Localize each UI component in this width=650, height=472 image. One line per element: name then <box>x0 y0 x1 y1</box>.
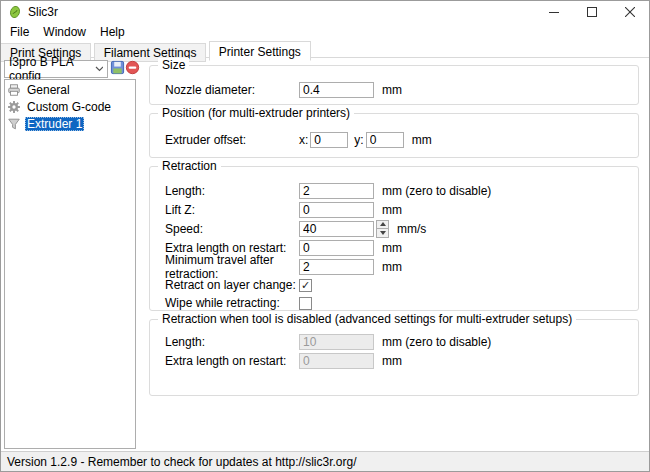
lift-z-label: Lift Z: <box>165 203 299 217</box>
min-travel-unit: mm <box>382 260 402 274</box>
printer-icon <box>7 83 21 97</box>
tree-item-custom-gcode[interactable]: Custom G-code <box>5 98 135 115</box>
maximize-button[interactable] <box>573 1 611 23</box>
nozzle-diameter-input[interactable] <box>299 82 374 98</box>
setting-row-retract-length: Length: mm (zero to disable) <box>159 181 629 200</box>
retract-length-unit: mm (zero to disable) <box>382 184 491 198</box>
retract-layer-change-checkbox[interactable]: ✓ <box>299 279 312 292</box>
disabled-length-input <box>299 334 374 350</box>
group-retraction-tool-disabled: Retraction when tool is disabled (advanc… <box>149 319 639 396</box>
offset-x-input[interactable] <box>310 132 348 148</box>
setting-row-lift-z: Lift Z: mm <box>159 200 629 219</box>
group-size-title: Size <box>158 58 189 72</box>
offset-y-input[interactable] <box>366 132 404 148</box>
lift-z-input[interactable] <box>299 202 374 218</box>
setting-row-min-travel: Minimum travel after retraction: mm <box>159 257 629 276</box>
tree-item-label: Custom G-code <box>25 100 113 114</box>
tree-item-label: General <box>25 83 72 97</box>
preset-dropdown[interactable]: I3pro B PLA config <box>4 60 108 78</box>
settings-tree: General Custom G-code Extruder 1 <box>4 79 136 449</box>
delete-preset-button[interactable] <box>125 60 140 75</box>
arrow-down-icon <box>380 231 386 235</box>
wipe-while-retracting-label: Wipe while retracting: <box>165 296 299 310</box>
close-icon <box>625 7 635 17</box>
window-title: Slic3r <box>28 5 58 19</box>
status-text: Version 1.2.9 - Remember to check for up… <box>7 455 357 469</box>
tab-printer-settings[interactable]: Printer Settings <box>209 41 311 61</box>
nozzle-diameter-unit: mm <box>382 83 402 97</box>
funnel-icon <box>7 117 21 131</box>
offset-x-label: x: <box>299 133 308 147</box>
settings-tabs: Print Settings Filament Settings Printer… <box>1 41 649 58</box>
setting-row-retract-layer-change: Retract on layer change: ✓ <box>159 276 629 294</box>
extra-length-unit: mm <box>382 241 402 255</box>
status-bar: Version 1.2.9 - Remember to check for up… <box>1 451 649 471</box>
menu-help[interactable]: Help <box>93 24 132 40</box>
tree-item-label: Extruder 1 <box>25 117 84 131</box>
group-retraction-title: Retraction <box>158 159 221 173</box>
menu-bar: File Window Help <box>1 23 649 41</box>
group-retraction-tool-disabled-title: Retraction when tool is disabled (advanc… <box>158 312 576 326</box>
disabled-extra-length-unit: mm <box>382 354 402 368</box>
minimize-icon <box>549 7 559 17</box>
menu-window[interactable]: Window <box>36 24 93 40</box>
title-bar: Slic3r <box>1 1 649 23</box>
slic3r-logo-icon <box>8 5 22 19</box>
lift-z-unit: mm <box>382 203 402 217</box>
group-size: Size Nozzle diameter: mm <box>149 65 639 105</box>
group-position-title: Position (for multi-extruder printers) <box>158 106 354 120</box>
disabled-extra-length-label: Extra length on restart: <box>165 354 299 368</box>
menu-file[interactable]: File <box>3 24 36 40</box>
gear-icon <box>7 100 21 114</box>
disabled-length-unit: mm (zero to disable) <box>382 335 491 349</box>
setting-row-speed: Speed: mm/s <box>159 219 629 238</box>
minimize-button[interactable] <box>535 1 573 23</box>
group-retraction: Retraction Length: mm (zero to disable) … <box>149 166 639 311</box>
setting-row-disabled-length: Length: mm (zero to disable) <box>159 332 629 351</box>
offset-y-label: y: <box>354 133 363 147</box>
group-position: Position (for multi-extruder printers) E… <box>149 113 639 158</box>
chevron-down-icon <box>95 66 103 72</box>
setting-row-wipe-while-retracting: Wipe while retracting: <box>159 294 629 312</box>
wipe-while-retracting-checkbox[interactable] <box>299 297 312 310</box>
maximize-icon <box>587 7 597 17</box>
setting-row-extruder-offset: Extruder offset: x: y: mm <box>159 130 629 149</box>
retract-length-label: Length: <box>165 184 299 198</box>
disabled-length-label: Length: <box>165 335 299 349</box>
speed-input[interactable] <box>299 221 374 237</box>
extra-length-input[interactable] <box>299 240 374 256</box>
speed-label: Speed: <box>165 222 299 236</box>
speed-spinner <box>376 220 389 238</box>
disabled-extra-length-input <box>299 353 374 369</box>
tree-item-extruder-1[interactable]: Extruder 1 <box>5 115 135 132</box>
setting-row-nozzle-diameter: Nozzle diameter: mm <box>159 80 629 99</box>
extruder-offset-label: Extruder offset: <box>165 133 299 147</box>
speed-unit: mm/s <box>397 222 426 236</box>
speed-spinner-up-button[interactable] <box>377 221 388 229</box>
extruder-offset-unit: mm <box>412 133 432 147</box>
speed-spinner-down-button[interactable] <box>377 228 388 237</box>
retract-length-input[interactable] <box>299 183 374 199</box>
close-button[interactable] <box>611 1 649 23</box>
nozzle-diameter-label: Nozzle diameter: <box>165 83 299 97</box>
arrow-up-icon <box>380 222 386 226</box>
tree-item-general[interactable]: General <box>5 81 135 98</box>
min-travel-input[interactable] <box>299 259 374 275</box>
setting-row-disabled-extra-length: Extra length on restart: mm <box>159 351 629 370</box>
retract-layer-change-label: Retract on layer change: <box>165 278 299 292</box>
save-preset-button[interactable] <box>110 60 125 75</box>
min-travel-label: Minimum travel after retraction: <box>165 253 299 281</box>
